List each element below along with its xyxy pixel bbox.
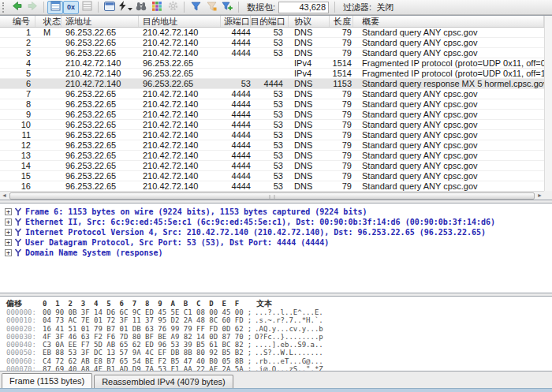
scroll-right-button[interactable]: ► [535,192,544,200]
tree-item[interactable]: +Ethernet II, Src: 6c:9c:ed:45:5e:c1 (6c… [3,217,552,227]
cell-proto: DNS [289,151,330,160]
cell-proto: DNS [289,110,330,119]
scroll-left-button[interactable]: ◄ [0,192,9,200]
cell-sport [221,58,251,68]
cell-summary: Standard query ANY cpsc.gov [353,130,544,140]
expand-icon[interactable]: + [5,249,12,256]
cell-dst: 210.42.72.140 [139,48,221,58]
hex-row-separator: ; [244,325,255,333]
hex-row-ascii: O?Fc..}........p [255,333,323,341]
tab-reassembled-ipv4[interactable]: Reassembled IPv4 (4079 bytes) [94,375,233,388]
forward-button[interactable] [24,1,40,14]
cell-dst: 210.42.72.140 [139,120,221,129]
hex-row[interactable]: 000010:04 73 AC 7E 01 72 3F 11 37 95 D2 … [6,316,552,324]
cell-dst: 210.42.72.140 [139,28,221,37]
tree-item[interactable]: +Internet Protocol Version 4, Src: 210.4… [3,227,552,237]
column-header-dst[interactable]: 目的地址 [139,16,221,27]
filter-add-button[interactable] [219,1,235,14]
filter-status-label: 过滤器: [343,2,371,13]
tab-frame[interactable]: Frame (1153 bytes) [2,373,92,388]
scrollbar-thumb[interactable] [9,192,535,200]
table-row[interactable]: 4210.42.72.14096.253.22.65IPv41514Fragme… [0,58,544,69]
back-button[interactable] [9,1,24,14]
expand-icon[interactable]: + [5,229,12,236]
table-row[interactable]: 6210.42.72.14096.253.22.65534444DNS1153S… [0,79,544,89]
cell-dst: 210.42.72.140 [139,140,221,150]
cell-len: 79 [330,110,353,119]
table-row[interactable]: 1496.253.22.65210.42.72.140444453DNS79St… [0,161,544,171]
tab-bar: Frame (1153 bytes) Reassembled IPv4 (407… [0,371,552,388]
hex-row[interactable]: 000030:4F 3F 46 63 F2 F6 7D 80 BF BE A9 … [6,333,552,341]
table-row[interactable]: 1596.253.22.65210.42.72.140444453DNS79St… [0,171,544,181]
table-row[interactable]: 1096.253.22.65210.42.72.140444453DNS79St… [0,120,544,130]
table-row[interactable]: 1196.253.22.65210.42.72.140444453DNS79St… [0,130,544,140]
table-row[interactable]: 996.253.22.65210.42.72.140444453DNS79Sta… [0,110,544,120]
cell-summary: Standard query ANY cpsc.gov [353,161,544,170]
cell-len: 79 [330,38,353,47]
tree-item[interactable]: +User Datagram Protocol, Src Port: 53 (5… [3,237,552,248]
table-header: 编号状态源地址目的地址源端口目的端口协议长度概要 [0,16,544,28]
cell-proto: DNS [289,79,330,88]
cell-summary: Standard query ANY cpsc.gov [353,89,544,99]
cell-src: 96.253.22.65 [62,151,139,160]
hex-row[interactable]: 000060:C4 72 62 AB E8 B7 65 54 BE F2 B5 … [6,357,552,365]
packet-count-field[interactable]: 43,628 [278,2,329,13]
detail-view-button[interactable] [79,1,95,14]
thumb-grip [270,195,275,199]
console-button[interactable] [102,1,117,14]
dropdown-caret-icon [126,2,132,13]
table-row[interactable]: 1396.253.22.65210.42.72.140444453DNS79St… [0,151,544,161]
hex-row[interactable]: 000020:16 41 51 01 79 B7 01 DB 63 76 99 … [6,325,552,333]
filter-button[interactable] [188,1,203,14]
column-header-src[interactable]: 源地址 [62,16,139,27]
horizontal-scrollbar[interactable]: ◄ ► [0,191,544,200]
table-row[interactable]: 1M96.253.22.65210.42.72.140444453DNS79St… [0,28,544,38]
cell-dst: 210.42.72.140 [139,151,221,160]
table-row[interactable]: 396.253.22.65210.42.72.140444453DNS79Sta… [0,48,544,58]
toolbar-separator [184,2,185,13]
column-header-no[interactable]: 编号 [0,16,35,27]
column-header-sport[interactable]: 源端口 [221,16,251,27]
tree-item[interactable]: +Frame 6: 1153 bytes on wire (9224 bits)… [3,207,552,217]
toolbar-grip[interactable] [2,2,6,13]
coloring-rules-button[interactable] [149,1,165,14]
hex-row[interactable]: 000050:EB 88 53 3F DC 13 57 9A 4C EF DB … [6,349,552,357]
cell-summary: Standard query ANY cpsc.gov [353,28,544,37]
column-header-len[interactable]: 长度 [330,16,353,27]
cell-proto: DNS [289,99,330,109]
expand-icon[interactable]: + [5,218,12,226]
cell-sport: 4444 [221,120,251,129]
filter-clear-button[interactable] [203,1,219,14]
expand-icon[interactable]: + [5,208,12,215]
table-row[interactable]: 796.253.22.65210.42.72.140444453DNS79Sta… [0,89,544,99]
hex-view-button[interactable]: 0x [63,1,79,14]
column-header-proto[interactable]: 协议 [289,16,330,27]
column-header-dport[interactable]: 目的端口 [251,16,289,27]
table-row[interactable]: 1296.253.22.65210.42.72.140444453DNS79St… [0,140,544,151]
hex-row[interactable]: 000070:87 69 40 A8 4F B1 AD D9 7A 53 F1 … [6,365,552,371]
back-arrow-icon [12,1,22,13]
cell-dst: 210.42.72.140 [139,89,221,99]
column-header-summary[interactable]: 概要 [353,16,544,27]
hex-row[interactable]: 000000:00 90 0B 3F 14 D6 6C 9C ED 45 5E … [6,308,552,316]
cell-dport: 53 [251,130,289,140]
hex-row[interactable]: 000040:C3 0A EE F7 5D AB 65 62 ED 96 53 … [6,341,552,349]
hex-row-offset: 000010: [6,316,43,324]
cell-sport: 4444 [221,181,251,191]
hex-row-offset: 000040: [6,341,43,349]
capture-button[interactable] [117,1,133,14]
cell-sport: 4444 [221,171,251,181]
find-button[interactable] [133,1,149,14]
cell-dport: 53 [251,38,289,47]
vertical-scrollbar[interactable] [544,16,552,192]
expand-icon[interactable]: + [5,239,12,246]
table-row[interactable]: 296.253.22.65210.42.72.140444453DNS79Sta… [0,38,544,48]
cell-no: 5 [0,69,35,78]
tree-item[interactable]: +Domain Name System (response) [3,248,552,258]
table-row[interactable]: 896.253.22.65210.42.72.140444453DNS79Sta… [0,99,544,110]
settings-button[interactable] [165,1,181,14]
cell-src: 210.42.72.140 [62,58,139,68]
packet-list-view-button[interactable] [47,1,63,14]
column-header-status[interactable]: 状态 [35,16,62,27]
table-row[interactable]: 5210.42.72.14096.253.22.65IPv41514Fragme… [0,69,544,79]
